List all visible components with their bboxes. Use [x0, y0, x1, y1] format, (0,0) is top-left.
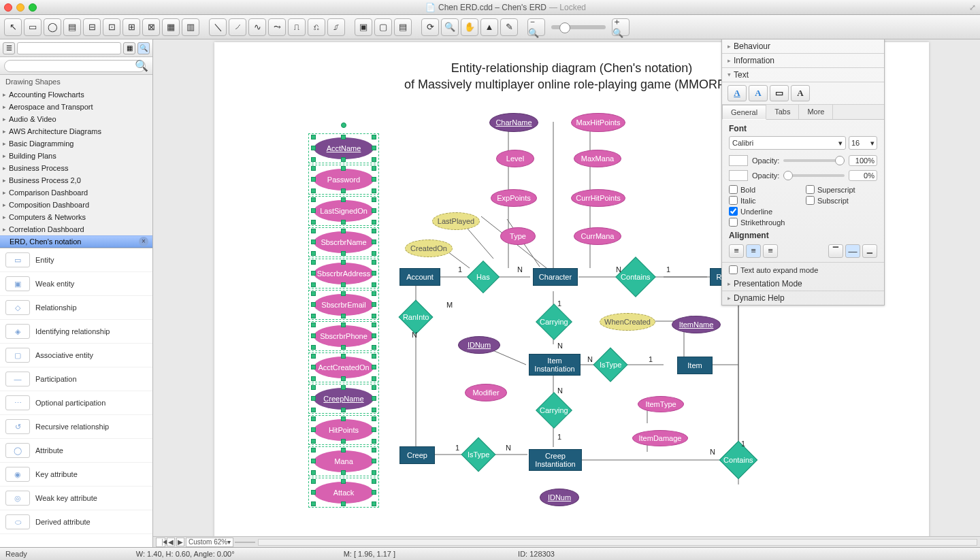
- font-style-icon[interactable]: A: [791, 85, 810, 101]
- entity-item[interactable]: Item: [677, 357, 713, 374]
- pan-tool[interactable]: ✋: [461, 18, 478, 36]
- page-prev-icon[interactable]: ◀: [167, 538, 175, 546]
- text-color-swatch[interactable]: [729, 155, 748, 166]
- smart-connector-tool[interactable]: ⎍: [288, 18, 306, 36]
- shape-palette-item[interactable]: ◈Identifying relationship: [0, 320, 152, 344]
- attr-itemname[interactable]: ItemName: [672, 316, 721, 333]
- arrow-connector-tool[interactable]: ⎎: [327, 18, 345, 36]
- arc-tool[interactable]: ⟋: [229, 18, 246, 36]
- text-tool[interactable]: ▤: [63, 18, 81, 36]
- align-left-icon[interactable]: ≡: [729, 244, 744, 258]
- eyedropper-tool[interactable]: ✎: [500, 18, 518, 36]
- zoom-out-button[interactable]: －🔍: [527, 18, 545, 36]
- superscript-checkbox[interactable]: Superscript: [806, 185, 877, 194]
- zoom-window-button[interactable]: [29, 3, 37, 12]
- bg-opacity-value[interactable]: 0%: [849, 170, 877, 181]
- page-first-icon[interactable]: ⎹◀: [156, 538, 165, 547]
- page-next-icon[interactable]: ▶: [176, 538, 184, 546]
- attr-currmana[interactable]: CurrMana: [574, 227, 621, 245]
- library-category[interactable]: Aerospace and Transport: [0, 101, 152, 113]
- library-category[interactable]: Computers & Networks: [0, 211, 152, 223]
- library-category[interactable]: Basic Diagramming: [0, 137, 152, 150]
- pointer-tool[interactable]: ↖: [4, 18, 22, 36]
- rel-has[interactable]: Has: [467, 261, 500, 293]
- rel-raninto[interactable]: RanInto: [399, 300, 434, 335]
- close-window-button[interactable]: [4, 3, 12, 12]
- font-family-select[interactable]: Calibri▾: [729, 136, 846, 150]
- canvas-area[interactable]: Entity-relationship diagram (Chen's nota…: [153, 39, 980, 547]
- rel-contains[interactable]: Contains: [615, 257, 655, 297]
- selected-attr[interactable]: Password: [314, 169, 374, 191]
- underline-checkbox[interactable]: Underline: [729, 207, 800, 216]
- panel-section-dynamic-help[interactable]: ▸Dynamic Help: [722, 291, 884, 305]
- italic-checkbox[interactable]: Italic: [729, 196, 800, 205]
- selected-attr[interactable]: SbscrbrAddress: [314, 263, 374, 284]
- shape-palette-item[interactable]: ◯Attribute: [0, 439, 152, 463]
- attr-exppoints[interactable]: ExpPoints: [491, 189, 537, 207]
- selected-attr[interactable]: SbscrbrPhone: [314, 325, 374, 347]
- attr-createdon[interactable]: CreatedOn: [405, 240, 453, 257]
- grid-view-icon[interactable]: ▦: [123, 42, 135, 54]
- rel-contains2[interactable]: Contains: [719, 441, 758, 480]
- shape-palette-item[interactable]: ↺Recursive relationship: [0, 415, 152, 439]
- shape-palette-item[interactable]: ◎Weak key attribute: [0, 487, 152, 510]
- selected-attr[interactable]: LastSignedOn: [314, 200, 374, 222]
- entity-creep[interactable]: Creep: [399, 446, 435, 464]
- selected-attr[interactable]: AcctCreatedOn: [314, 357, 374, 378]
- shape-palette-item[interactable]: ⬭Derived attribute: [0, 510, 152, 534]
- rel-carrying[interactable]: Carrying: [536, 303, 572, 340]
- text-opacity-slider[interactable]: [783, 159, 845, 162]
- line-tool[interactable]: ＼: [209, 18, 227, 36]
- tab-general[interactable]: General: [722, 105, 766, 120]
- zoom-combo[interactable]: Custom 62% ▾: [186, 538, 233, 547]
- rectangle-tool[interactable]: ▭: [24, 18, 42, 36]
- zoom-tool[interactable]: 🔍: [441, 18, 459, 36]
- attr-type[interactable]: Type: [500, 227, 536, 245]
- align-center-icon[interactable]: ≡: [746, 244, 761, 258]
- shapes-search-input[interactable]: [4, 60, 146, 72]
- shape-palette-item[interactable]: ▢Associative entity: [0, 344, 152, 367]
- shape-palette-item[interactable]: —Participation: [0, 367, 152, 391]
- library-tree-icon[interactable]: ☰: [3, 42, 15, 54]
- refresh-tool[interactable]: ⟳: [421, 18, 439, 36]
- ungroup-tool[interactable]: ▢: [374, 18, 392, 36]
- attr-lastplayed[interactable]: LastPlayed: [432, 212, 480, 230]
- rel-istype2[interactable]: IsType: [461, 438, 496, 472]
- panel-section-information[interactable]: ▸Information: [722, 54, 884, 68]
- text-opacity-value[interactable]: 100%: [849, 155, 877, 166]
- close-library-icon[interactable]: ×: [139, 237, 148, 246]
- library-category[interactable]: Building Plans: [0, 150, 152, 162]
- panel-section-text[interactable]: ▸Text: [722, 68, 884, 82]
- selected-attr[interactable]: HitPoints: [314, 419, 374, 441]
- library-category[interactable]: Correlation Dashboard: [0, 223, 152, 235]
- selected-attr[interactable]: SbscrbrEmail: [314, 294, 374, 316]
- attr-idnum[interactable]: IDNum: [458, 336, 500, 354]
- selected-attr[interactable]: Mana: [314, 450, 374, 472]
- shape-palette-item[interactable]: ◇Relationship: [0, 296, 152, 320]
- panel-section-presentation[interactable]: ▸Presentation Mode: [722, 277, 884, 291]
- spline-tool[interactable]: ∿: [248, 18, 266, 36]
- selected-attr[interactable]: Attack: [314, 482, 374, 504]
- stamp-tool[interactable]: ▲: [480, 18, 498, 36]
- zoom-in-button[interactable]: ＋🔍: [612, 18, 630, 36]
- valign-middle-icon[interactable]: ―: [845, 244, 860, 258]
- minimize-window-button[interactable]: [16, 3, 24, 12]
- tree-tool[interactable]: ⊟: [83, 18, 101, 36]
- connect-tool[interactable]: ⊞: [122, 18, 140, 36]
- bg-color-swatch[interactable]: [729, 170, 748, 181]
- zoom-slider[interactable]: [551, 25, 606, 29]
- entity-item-instantiation[interactable]: Item Instantiation: [529, 354, 581, 376]
- auto-expand-checkbox[interactable]: [729, 265, 738, 274]
- text-highlight-icon[interactable]: A: [749, 85, 768, 101]
- font-size-input[interactable]: 16▾: [849, 136, 877, 150]
- align-right-icon[interactable]: ≡: [763, 244, 778, 258]
- library-category[interactable]: AWS Architecture Diagrams: [0, 125, 152, 137]
- horizontal-scrollbar[interactable]: [258, 539, 977, 546]
- library-category[interactable]: Composition Dashboard: [0, 199, 152, 211]
- text-underline-color-icon[interactable]: A: [728, 85, 747, 101]
- entity-account[interactable]: Account: [399, 268, 440, 286]
- rel-carrying2[interactable]: Carrying: [536, 392, 572, 429]
- round-connector-tool[interactable]: ⎌: [308, 18, 325, 36]
- attr-charname[interactable]: CharName: [489, 113, 538, 132]
- text-box-icon[interactable]: ▭: [770, 85, 789, 101]
